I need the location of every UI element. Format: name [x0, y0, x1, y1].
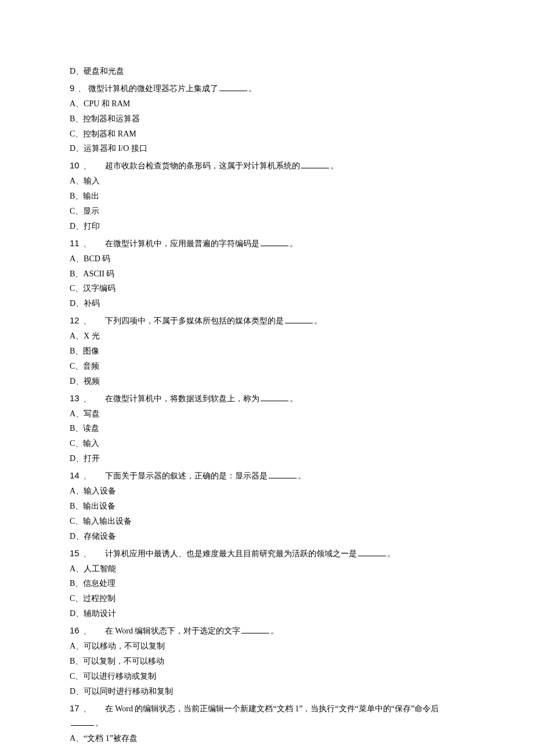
option-line: D、运算器和 I/O 接口	[70, 141, 464, 156]
option-line: C、汉字编码	[70, 281, 464, 296]
option-line: C、可以进行移动或复制	[70, 669, 464, 684]
question-continuation: 。	[70, 716, 464, 731]
option-line: A、输入设备	[70, 484, 464, 499]
option-line: A、X 光	[70, 329, 464, 344]
option-line: B、控制器和运算器	[70, 111, 464, 127]
option-line: C、输入	[70, 436, 464, 451]
question-separator: 、	[78, 84, 86, 93]
option-line: D、存储设备	[70, 529, 464, 544]
question-stem: 微型计算机的微处理器芯片上集成了	[86, 84, 218, 93]
option-line: D、打开	[70, 451, 464, 466]
option-line: B、ASCII 码	[70, 267, 464, 282]
option-line: A、“文档 1”被存盘	[70, 731, 464, 746]
option-line: D、可以同时进行移动和复制	[70, 684, 464, 699]
question-stem: 计算机应用中最诱人、也是难度最大且目前研究最为活跃的领域之一是	[105, 549, 357, 558]
question-stem-post: 。	[330, 161, 338, 170]
option-line: C、音频	[70, 359, 464, 374]
question-stem: 在 Word 编辑状态下，对于选定的文字	[105, 627, 241, 635]
question-separator: 、	[83, 394, 91, 403]
option-line: B、图像	[70, 344, 464, 359]
option-line: B、输出	[70, 189, 464, 204]
option-line: A、可以移动，不可以复制	[70, 639, 464, 654]
question-separator: 、	[83, 316, 91, 325]
question-stem-post: 。	[270, 627, 279, 635]
option-line: A、CPU 和 RAM	[70, 96, 464, 111]
blank-underscore	[241, 625, 269, 633]
question-line: 15、计算机应用中最诱人、也是难度最大且目前研究最为活跃的领域之一是。	[70, 545, 464, 561]
question-separator: 、	[83, 161, 91, 170]
question-number: 12	[70, 315, 80, 325]
blank-underscore	[269, 470, 297, 478]
question-line: 17、在 Word 的编辑状态，当前正编辑一个新建文档“文档 1”，当执行“文件…	[70, 700, 464, 717]
question-stem-post: 。	[290, 239, 298, 248]
blank-underscore	[71, 718, 94, 726]
option-line: B、可以复制，不可以移动	[70, 654, 464, 669]
question-line: 10、超市收款台检查货物的条形码，这属于对计算机系统的。	[70, 157, 464, 174]
question-separator: 、	[83, 239, 91, 248]
question-number: 15	[70, 548, 80, 558]
question-number: 14	[70, 470, 80, 480]
question-number: 11	[70, 238, 80, 248]
question-line: 9、 微型计算机的微处理器芯片上集成了。	[70, 80, 464, 96]
option-line: C、控制器和 RAM	[70, 127, 464, 142]
option-line: A、BCD 码	[70, 251, 464, 267]
question-separator: 、	[83, 549, 91, 558]
question-number: 17	[70, 703, 80, 713]
question-stem: 下列四项中，不属于多媒体所包括的媒体类型的是	[105, 316, 284, 325]
option-line: D、硬盘和光盘	[70, 64, 464, 79]
document-page: D、硬盘和光盘9、 微型计算机的微处理器芯片上集成了。A、CPU 和 RAMB、…	[0, 0, 534, 756]
question-number: 13	[70, 393, 80, 403]
option-line: A、人工智能	[70, 561, 464, 577]
option-line: C、过程控制	[70, 591, 464, 606]
blank-underscore	[301, 160, 329, 168]
question-number: 9	[70, 83, 74, 93]
question-line: 16、在 Word 编辑状态下，对于选定的文字。	[70, 622, 464, 639]
question-line: 12、下列四项中，不属于多媒体所包括的媒体类型的是。	[70, 312, 464, 329]
question-stem: 在微型计算机中，将数据送到软盘上，称为	[105, 394, 259, 403]
question-line: 11、在微型计算机中，应用最普遍的字符编码是。	[70, 235, 464, 251]
question-stem: 在微型计算机中，应用最普遍的字符编码是	[105, 239, 259, 248]
blank-underscore	[285, 315, 313, 323]
question-stem-post: 。	[248, 84, 257, 93]
question-stem-post: 。	[290, 394, 298, 403]
option-line: D、补码	[70, 296, 464, 311]
option-line: B、读盘	[70, 421, 464, 436]
question-number: 10	[70, 160, 80, 170]
question-separator: 、	[83, 704, 91, 713]
option-line: C、输入输出设备	[70, 514, 464, 529]
question-stem-post: 。	[298, 471, 306, 480]
option-line: B、输出设备	[70, 499, 464, 514]
option-line: A、输入	[70, 174, 464, 189]
question-line: 13、在微型计算机中，将数据送到软盘上，称为。	[70, 390, 464, 406]
question-stem-post: 。	[95, 719, 103, 728]
blank-underscore	[219, 83, 247, 91]
question-stem-post: 。	[314, 316, 322, 325]
blank-underscore	[261, 393, 288, 401]
question-separator: 、	[83, 626, 91, 635]
question-stem: 在 Word 的编辑状态，当前正编辑一个新建文档“文档 1”，当执行“文件“菜单…	[105, 704, 439, 713]
question-stem: 下面关于显示器的叙述，正确的是：显示器是	[105, 471, 268, 480]
question-number: 16	[70, 625, 80, 635]
option-line: C、显示	[70, 204, 464, 219]
blank-underscore	[358, 548, 386, 556]
option-line: A、写盘	[70, 406, 464, 422]
question-line: 14、下面关于显示器的叙述，正确的是：显示器是。	[70, 467, 464, 484]
question-stem: 超市收款台检查货物的条形码，这属于对计算机系统的	[105, 161, 300, 170]
question-stem-post: 。	[387, 549, 395, 558]
option-line: D、打印	[70, 219, 464, 234]
blank-underscore	[261, 238, 288, 246]
option-line: D、辅助设计	[70, 606, 464, 621]
option-line: D、视频	[70, 374, 464, 389]
question-separator: 、	[83, 471, 91, 480]
option-line: B、信息处理	[70, 576, 464, 591]
